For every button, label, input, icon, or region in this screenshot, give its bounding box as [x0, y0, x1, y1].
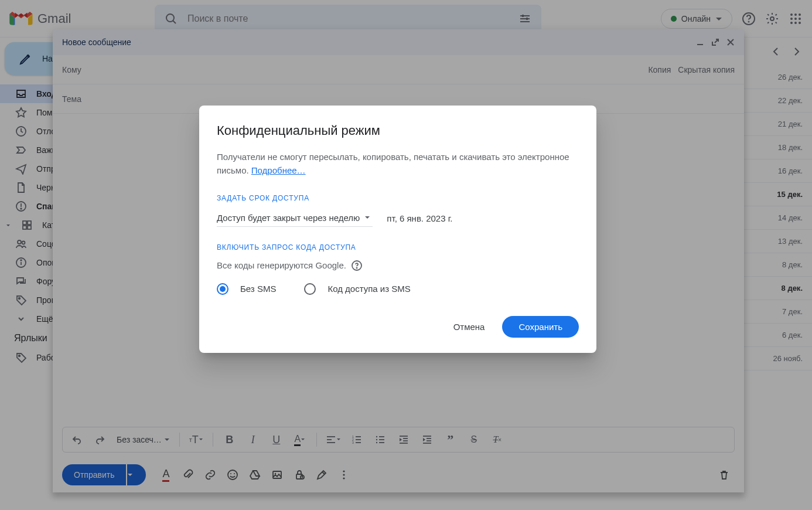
modal-desc: Получатели не смогут пересылать, копиров… [217, 150, 579, 178]
radio-icon [304, 283, 316, 295]
help-circle-icon[interactable] [351, 260, 363, 271]
expiry-date: пт, 6 янв. 2023 г. [387, 213, 452, 223]
expiry-select-value: Доступ будет закрыт через неделю [217, 213, 360, 223]
radio-icon [217, 283, 228, 295]
modal-title: Конфиденциальный режим [217, 123, 579, 138]
passcode-note: Все коды генерируются Google. [217, 260, 346, 270]
passcode-note-row: Все коды генерируются Google. [217, 260, 579, 271]
confidential-modal: Конфиденциальный режим Получатели не смо… [199, 106, 596, 353]
svg-point-69 [356, 267, 357, 268]
chevron-down-icon [364, 215, 370, 220]
passcode-radio-group: Без SMS Код доступа из SMS [217, 283, 579, 295]
expiry-select[interactable]: Доступ будет закрыт через неделю [217, 210, 373, 227]
radio-no-sms[interactable]: Без SMS [217, 283, 276, 295]
learn-more-link[interactable]: Подробнее… [251, 165, 306, 175]
cancel-button[interactable]: Отмена [443, 316, 496, 338]
save-button[interactable]: Сохранить [502, 316, 579, 338]
expiry-row: Доступ будет закрыт через неделю пт, 6 я… [217, 210, 579, 227]
radio-sms[interactable]: Код доступа из SMS [304, 283, 410, 295]
expiry-header: ЗАДАТЬ СРОК ДОСТУПА [217, 194, 579, 202]
modal-actions: Отмена Сохранить [217, 316, 579, 338]
passcode-header: ВКЛЮЧИТЬ ЗАПРОС КОДА ДОСТУПА [217, 243, 579, 251]
